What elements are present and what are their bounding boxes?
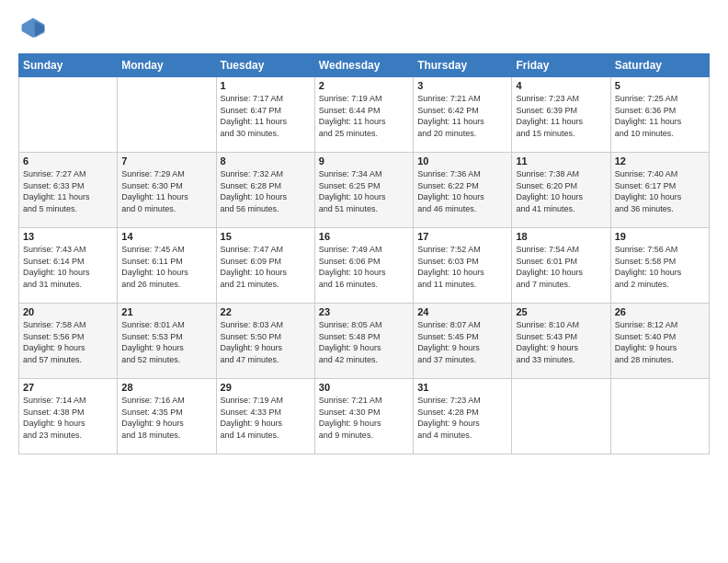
day-info: Sunrise: 8:03 AM Sunset: 5:50 PM Dayligh… [221,319,311,365]
day-info: Sunrise: 7:47 AM Sunset: 6:09 PM Dayligh… [221,244,311,290]
day-number: 15 [221,231,311,242]
page: SundayMondayTuesdayWednesdayThursdayFrid… [0,0,728,563]
day-info: Sunrise: 7:27 AM Sunset: 6:33 PM Dayligh… [23,168,113,214]
day-number: 18 [516,231,606,242]
day-number: 25 [516,306,606,317]
calendar-cell: 18Sunrise: 7:54 AM Sunset: 6:01 PM Dayli… [512,228,610,304]
weekday-header-monday: Monday [118,54,216,77]
day-number: 10 [417,155,507,167]
day-number: 4 [516,80,606,91]
calendar-cell: 6Sunrise: 7:27 AM Sunset: 6:33 PM Daylig… [19,153,118,228]
day-info: Sunrise: 7:29 AM Sunset: 6:30 PM Dayligh… [121,168,211,214]
calendar-cell: 5Sunrise: 7:25 AM Sunset: 6:36 PM Daylig… [610,77,709,153]
calendar-table: SundayMondayTuesdayWednesdayThursdayFrid… [18,53,710,454]
day-number: 11 [516,155,606,167]
logo-icon [18,15,48,44]
day-info: Sunrise: 7:54 AM Sunset: 6:01 PM Dayligh… [516,244,606,290]
day-number: 26 [615,306,705,317]
header [18,15,710,44]
calendar-cell: 11Sunrise: 7:38 AM Sunset: 6:20 PM Dayli… [512,153,610,228]
calendar-cell: 2Sunrise: 7:19 AM Sunset: 6:44 PM Daylig… [314,77,413,153]
calendar-cell: 25Sunrise: 8:10 AM Sunset: 5:43 PM Dayli… [512,304,610,379]
calendar-cell: 9Sunrise: 7:34 AM Sunset: 6:25 PM Daylig… [314,153,413,228]
day-info: Sunrise: 8:05 AM Sunset: 5:48 PM Dayligh… [319,319,409,365]
day-info: Sunrise: 7:56 AM Sunset: 5:58 PM Dayligh… [615,244,705,290]
calendar-week-3: 13Sunrise: 7:43 AM Sunset: 6:14 PM Dayli… [19,228,710,304]
calendar-cell: 12Sunrise: 7:40 AM Sunset: 6:17 PM Dayli… [610,153,709,228]
day-info: Sunrise: 7:19 AM Sunset: 6:44 PM Dayligh… [319,93,409,139]
calendar-week-1: 1Sunrise: 7:17 AM Sunset: 6:47 PM Daylig… [19,77,710,153]
calendar-cell: 17Sunrise: 7:52 AM Sunset: 6:03 PM Dayli… [414,228,512,304]
day-info: Sunrise: 7:23 AM Sunset: 6:39 PM Dayligh… [516,93,606,139]
calendar-cell: 29Sunrise: 7:19 AM Sunset: 4:33 PM Dayli… [216,379,314,454]
day-info: Sunrise: 8:10 AM Sunset: 5:43 PM Dayligh… [516,319,606,365]
day-number: 19 [615,231,705,242]
day-info: Sunrise: 7:21 AM Sunset: 4:30 PM Dayligh… [319,395,409,441]
day-info: Sunrise: 7:34 AM Sunset: 6:25 PM Dayligh… [319,168,409,214]
day-info: Sunrise: 7:45 AM Sunset: 6:11 PM Dayligh… [121,244,211,290]
day-number: 30 [319,382,409,393]
calendar-cell: 27Sunrise: 7:14 AM Sunset: 4:38 PM Dayli… [19,379,118,454]
calendar-cell: 16Sunrise: 7:49 AM Sunset: 6:06 PM Dayli… [314,228,413,304]
day-info: Sunrise: 7:16 AM Sunset: 4:35 PM Dayligh… [121,395,211,441]
weekday-header-wednesday: Wednesday [314,54,413,77]
calendar-header-row: SundayMondayTuesdayWednesdayThursdayFrid… [19,54,710,77]
calendar-cell [610,379,709,454]
calendar-cell: 7Sunrise: 7:29 AM Sunset: 6:30 PM Daylig… [118,153,216,228]
day-info: Sunrise: 7:25 AM Sunset: 6:36 PM Dayligh… [615,93,705,139]
calendar-cell: 19Sunrise: 7:56 AM Sunset: 5:58 PM Dayli… [610,228,709,304]
day-number: 23 [319,306,409,317]
day-number: 13 [23,231,113,242]
calendar-cell: 31Sunrise: 7:23 AM Sunset: 4:28 PM Dayli… [414,379,512,454]
day-number: 3 [417,80,507,91]
weekday-header-friday: Friday [512,54,610,77]
calendar-cell: 10Sunrise: 7:36 AM Sunset: 6:22 PM Dayli… [414,153,512,228]
day-info: Sunrise: 7:43 AM Sunset: 6:14 PM Dayligh… [23,244,113,290]
day-info: Sunrise: 8:01 AM Sunset: 5:53 PM Dayligh… [121,319,211,365]
day-number: 22 [221,306,311,317]
calendar-cell: 21Sunrise: 8:01 AM Sunset: 5:53 PM Dayli… [118,304,216,379]
day-info: Sunrise: 7:52 AM Sunset: 6:03 PM Dayligh… [417,244,507,290]
day-number: 12 [615,155,705,167]
day-number: 31 [417,382,507,393]
day-number: 5 [615,80,705,91]
day-info: Sunrise: 7:23 AM Sunset: 4:28 PM Dayligh… [417,395,507,441]
weekday-header-thursday: Thursday [414,54,512,77]
calendar-cell: 8Sunrise: 7:32 AM Sunset: 6:28 PM Daylig… [216,153,314,228]
calendar-cell: 23Sunrise: 8:05 AM Sunset: 5:48 PM Dayli… [314,304,413,379]
calendar-cell: 28Sunrise: 7:16 AM Sunset: 4:35 PM Dayli… [118,379,216,454]
calendar-cell [19,77,118,153]
calendar-week-2: 6Sunrise: 7:27 AM Sunset: 6:33 PM Daylig… [19,153,710,228]
day-info: Sunrise: 7:49 AM Sunset: 6:06 PM Dayligh… [319,244,409,290]
calendar-cell: 22Sunrise: 8:03 AM Sunset: 5:50 PM Dayli… [216,304,314,379]
day-number: 24 [417,306,507,317]
day-info: Sunrise: 7:36 AM Sunset: 6:22 PM Dayligh… [417,168,507,214]
day-info: Sunrise: 7:19 AM Sunset: 4:33 PM Dayligh… [221,395,311,441]
day-number: 14 [121,231,211,242]
day-number: 2 [319,80,409,91]
day-info: Sunrise: 7:38 AM Sunset: 6:20 PM Dayligh… [516,168,606,214]
day-info: Sunrise: 7:17 AM Sunset: 6:47 PM Dayligh… [221,93,311,139]
weekday-header-tuesday: Tuesday [216,54,314,77]
day-number: 9 [319,155,409,167]
day-number: 17 [417,231,507,242]
calendar-week-5: 27Sunrise: 7:14 AM Sunset: 4:38 PM Dayli… [19,379,710,454]
calendar-week-4: 20Sunrise: 7:58 AM Sunset: 5:56 PM Dayli… [19,304,710,379]
day-info: Sunrise: 7:40 AM Sunset: 6:17 PM Dayligh… [615,168,705,214]
calendar-cell: 24Sunrise: 8:07 AM Sunset: 5:45 PM Dayli… [414,304,512,379]
day-info: Sunrise: 8:07 AM Sunset: 5:45 PM Dayligh… [417,319,507,365]
day-info: Sunrise: 7:58 AM Sunset: 5:56 PM Dayligh… [23,319,113,365]
weekday-header-sunday: Sunday [19,54,118,77]
day-number: 7 [121,155,211,167]
calendar-cell: 3Sunrise: 7:21 AM Sunset: 6:42 PM Daylig… [414,77,512,153]
calendar-cell: 14Sunrise: 7:45 AM Sunset: 6:11 PM Dayli… [118,228,216,304]
day-number: 20 [23,306,113,317]
day-number: 29 [221,382,311,393]
logo [18,15,51,44]
calendar-cell: 20Sunrise: 7:58 AM Sunset: 5:56 PM Dayli… [19,304,118,379]
calendar-cell: 30Sunrise: 7:21 AM Sunset: 4:30 PM Dayli… [314,379,413,454]
weekday-header-saturday: Saturday [610,54,709,77]
calendar-cell: 4Sunrise: 7:23 AM Sunset: 6:39 PM Daylig… [512,77,610,153]
calendar-cell: 15Sunrise: 7:47 AM Sunset: 6:09 PM Dayli… [216,228,314,304]
day-number: 28 [121,382,211,393]
